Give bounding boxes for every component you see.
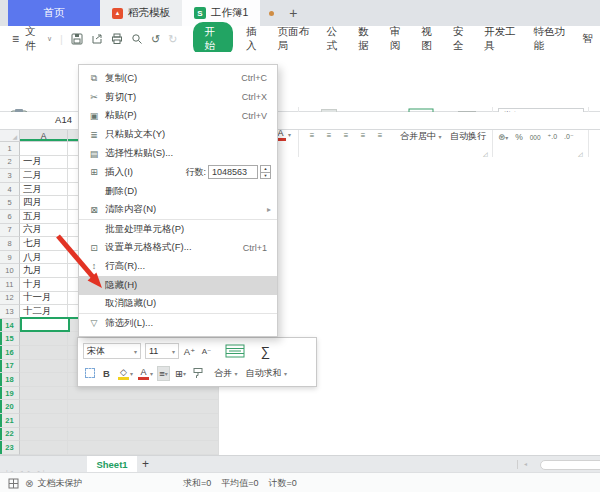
- merge-center-button[interactable]: 合并居中 ▾: [400, 130, 442, 143]
- context-menu-item-filter-columns[interactable]: ▽筛选列(L)...: [79, 313, 277, 332]
- row-header-15[interactable]: 15: [0, 332, 20, 346]
- dialog-launcher-icon[interactable]: ◿: [578, 150, 583, 157]
- borders-button[interactable]: ⊞▾: [174, 366, 187, 381]
- cell-A6[interactable]: 五月: [20, 210, 68, 224]
- cell-B19[interactable]: [68, 387, 219, 401]
- cell-A10[interactable]: 九月: [20, 264, 68, 278]
- cell-A21[interactable]: [20, 414, 68, 428]
- align-icon[interactable]: ≡: [304, 128, 320, 143]
- add-sheet-button[interactable]: +: [142, 457, 149, 471]
- row-header-9[interactable]: 9: [0, 251, 20, 265]
- row-header-1[interactable]: 1: [0, 142, 20, 156]
- row-header-3[interactable]: 3: [0, 169, 20, 183]
- row-header-14[interactable]: 14: [0, 319, 20, 333]
- cell-B23[interactable]: [68, 441, 219, 455]
- select-all-corner[interactable]: ◢: [0, 130, 20, 141]
- column-header-a[interactable]: A: [20, 130, 68, 141]
- row-header-7[interactable]: 7: [0, 224, 20, 238]
- cell-B21[interactable]: [68, 414, 219, 428]
- ribbon-tab-安全[interactable]: 安全: [453, 25, 471, 53]
- row-header-8[interactable]: 8: [0, 237, 20, 251]
- ribbon-tab-审阅[interactable]: 审阅: [390, 25, 408, 53]
- name-box[interactable]: A14: [8, 114, 72, 125]
- row-header-22[interactable]: 22: [0, 428, 20, 442]
- stepper-down-icon[interactable]: ▼: [261, 173, 270, 179]
- cell-A16[interactable]: [20, 346, 68, 360]
- horizontal-scrollbar-thumb[interactable]: [540, 460, 600, 470]
- merge-center-icon[interactable]: [225, 344, 245, 359]
- row-header-23[interactable]: 23: [0, 441, 20, 455]
- redo-icon[interactable]: ↻: [168, 33, 177, 46]
- row-header-17[interactable]: 17: [0, 360, 20, 374]
- mini-font-name-combo[interactable]: 宋体▾: [83, 343, 141, 359]
- mini-font-size-combo[interactable]: 11▾: [145, 343, 179, 359]
- cell-A9[interactable]: 八月: [20, 251, 68, 265]
- format-painter-apply-icon[interactable]: [191, 366, 204, 381]
- cell-A8[interactable]: 七月: [20, 237, 68, 251]
- cell-A11[interactable]: 十月: [20, 278, 68, 292]
- sheet-tab-sheet1[interactable]: Sheet1: [87, 456, 137, 472]
- ribbon-tab-开发工具[interactable]: 开发工具: [484, 25, 519, 53]
- print-icon[interactable]: [111, 33, 123, 45]
- context-menu-item-batch-process-cells[interactable]: 批量处理单元格(P): [79, 219, 277, 238]
- context-menu-item-copy[interactable]: ⧉复制(C)Ctrl+C: [79, 69, 277, 88]
- row-count-input[interactable]: 1048563: [208, 165, 258, 179]
- print-preview-icon[interactable]: [131, 33, 143, 45]
- context-menu-item-hide[interactable]: 隐藏(H): [79, 276, 277, 295]
- cell-A23[interactable]: [20, 441, 68, 455]
- increase-decimal-icon[interactable]: ⁺.0: [548, 133, 558, 141]
- fill-color-button[interactable]: ◇▾: [117, 366, 133, 381]
- cell-A5[interactable]: 四月: [20, 196, 68, 210]
- file-caret-icon[interactable]: ∨: [47, 35, 52, 43]
- context-menu-item-insert[interactable]: ⊞插入(I)行数:1048563▲▼: [79, 163, 277, 182]
- row-count-stepper[interactable]: ▲▼: [260, 165, 271, 179]
- dialog-launcher-icon[interactable]: ◿: [483, 150, 488, 157]
- ribbon-tab-公式[interactable]: 公式: [327, 25, 345, 53]
- window-tab-docer[interactable]: ▲稻壳模板: [100, 0, 182, 26]
- currency-format-icon[interactable]: ⊛▾: [498, 132, 508, 142]
- decrease-decimal-icon[interactable]: .0⁻: [564, 133, 574, 141]
- row-header-11[interactable]: 11: [0, 278, 20, 292]
- cell-A12[interactable]: 十一月: [20, 292, 68, 306]
- cell-A18[interactable]: [20, 373, 68, 387]
- workbook-mode-icon[interactable]: [8, 478, 19, 489]
- align-center-button[interactable]: ≡▾: [157, 366, 170, 381]
- autosum-icon[interactable]: ∑: [259, 344, 272, 359]
- cell-A7[interactable]: 六月: [20, 224, 68, 238]
- ribbon-tab-开始[interactable]: 开始: [193, 22, 233, 56]
- context-menu-item-clear-contents[interactable]: ⊠清除内容(N)▸: [79, 201, 277, 220]
- align-icon[interactable]: ≡: [321, 128, 337, 143]
- row-header-5[interactable]: 5: [0, 196, 20, 210]
- cell-B20[interactable]: [68, 400, 219, 414]
- cell-A1[interactable]: [20, 142, 68, 156]
- context-menu-item-paste[interactable]: ▣粘贴(P)Ctrl+V: [79, 107, 277, 126]
- cell-B22[interactable]: [68, 428, 219, 442]
- active-cell-a14[interactable]: [20, 317, 70, 332]
- context-menu-item-delete[interactable]: 删除(D): [79, 182, 277, 201]
- ribbon-tab-特色功能[interactable]: 特色功能: [533, 25, 568, 53]
- row-header-2[interactable]: 2: [0, 156, 20, 170]
- context-menu-item-paste-text-only[interactable]: ≣只粘贴文本(Y): [79, 125, 277, 144]
- window-tab-home[interactable]: 首页: [8, 0, 100, 26]
- decrease-font-icon[interactable]: A⁻: [200, 344, 213, 359]
- autosum-button[interactable]: 自动求和 ▾: [246, 367, 288, 380]
- context-menu-item-unhide[interactable]: 取消隐藏(U): [79, 295, 277, 314]
- cell-A2[interactable]: 一月: [20, 156, 68, 170]
- align-icon[interactable]: ≡: [372, 128, 388, 143]
- undo-icon[interactable]: ↺: [151, 33, 160, 46]
- wrap-text-button[interactable]: 自动换行: [450, 130, 486, 143]
- new-tab-button[interactable]: +: [289, 5, 297, 21]
- context-menu-item-row-height[interactable]: ↕行高(R)...: [79, 257, 277, 276]
- context-menu-item-cut[interactable]: ✂剪切(T)Ctrl+X: [79, 88, 277, 107]
- row-header-16[interactable]: 16: [0, 346, 20, 360]
- save-icon[interactable]: [71, 33, 83, 45]
- export-icon[interactable]: [91, 33, 103, 45]
- row-header-13[interactable]: 13: [0, 305, 20, 319]
- ribbon-tab-页面布局[interactable]: 页面布局: [277, 25, 312, 53]
- row-header-10[interactable]: 10: [0, 264, 20, 278]
- hamburger-icon[interactable]: ≡: [12, 32, 19, 46]
- font-color-button[interactable]: A▾: [137, 366, 153, 381]
- align-icon[interactable]: ≡: [355, 128, 371, 143]
- ribbon-tab-插入[interactable]: 插入: [246, 25, 264, 53]
- cell-A20[interactable]: [20, 400, 68, 414]
